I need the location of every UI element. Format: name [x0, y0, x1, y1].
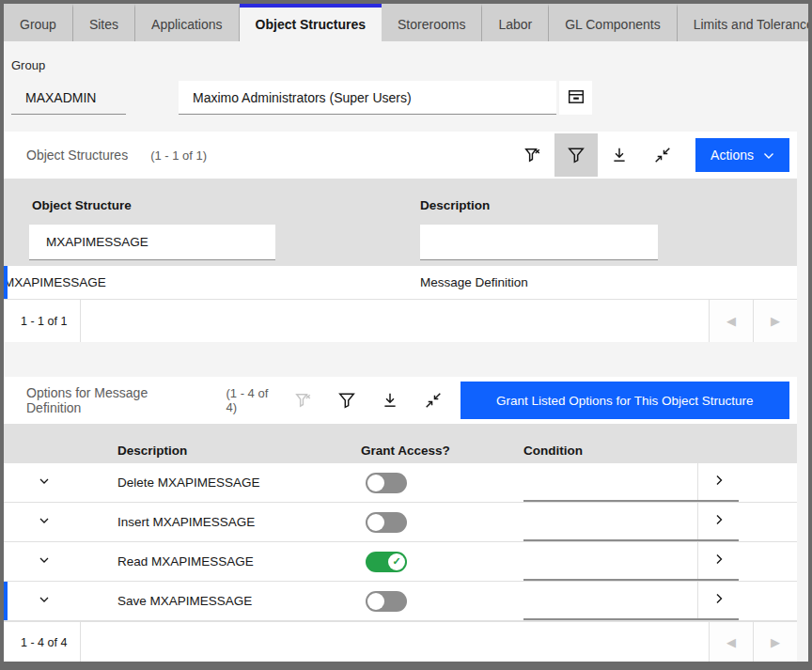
- option-row-save[interactable]: Save MXAPIMESSAGE ✓: [4, 582, 797, 621]
- description-filter-input[interactable]: [420, 225, 658, 260]
- group-field-block: Group MAXADMIN: [4, 41, 808, 132]
- group-field-label: Group: [11, 58, 808, 72]
- chevron-down-icon: [37, 553, 52, 570]
- tab-label: Storerooms: [398, 17, 465, 32]
- tab-label: Applications: [151, 17, 223, 32]
- tab-label: GL Components: [565, 17, 660, 32]
- tab-label: Group: [20, 17, 56, 32]
- group-description-input[interactable]: [179, 81, 556, 115]
- tab-labor[interactable]: Labor: [482, 4, 549, 41]
- tab-group[interactable]: Group: [4, 4, 73, 41]
- chevron-down-icon: [37, 474, 52, 491]
- tab-applications[interactable]: Applications: [135, 4, 240, 41]
- tab-label: Object Structures: [256, 17, 366, 32]
- download-button[interactable]: [598, 133, 641, 177]
- options-table-header: Description Grant Access? Condition: [4, 424, 797, 463]
- actions-button-label: Actions: [710, 148, 754, 163]
- collapse-table-button[interactable]: [641, 133, 684, 177]
- chevron-down-icon: [763, 148, 774, 163]
- detail-menu-icon: [568, 88, 585, 108]
- option-row-delete[interactable]: Delete MXAPIMESSAGE ✓: [4, 463, 797, 503]
- filter-remove-icon: [295, 392, 312, 409]
- section-title: Options for Message Definition: [26, 385, 203, 415]
- column-header-object-structure: Object Structure: [4, 179, 398, 218]
- column-header-description: Description: [117, 424, 361, 463]
- section-title: Object Structures: [26, 148, 128, 163]
- download-icon: [382, 392, 398, 409]
- selected-row-indicator: [4, 582, 8, 620]
- section-divider: [4, 342, 808, 377]
- chevron-left-icon: ◀: [726, 314, 736, 328]
- tab-object-structures[interactable]: Object Structures: [240, 4, 382, 41]
- grant-access-toggle[interactable]: ✓: [366, 512, 407, 533]
- object-structures-table-header: Object Structure Description: [4, 179, 797, 218]
- filter-remove-icon: [524, 147, 541, 164]
- option-row-read[interactable]: Read MXAPIMESSAGE ✓: [4, 542, 797, 582]
- option-description-cell: Save MXAPIMESSAGE: [117, 582, 361, 620]
- tab-gl-components[interactable]: GL Components: [549, 4, 677, 41]
- chevron-left-icon: ◀: [726, 635, 736, 649]
- tab-storerooms[interactable]: Storerooms: [382, 4, 482, 41]
- maximo-security-group-window: Group Sites Applications Object Structur…: [0, 0, 812, 670]
- download-button[interactable]: [368, 379, 412, 422]
- object-structures-filter-row: [4, 218, 797, 266]
- pagination-range: 1 - 1 of 1: [4, 300, 81, 342]
- next-page-button[interactable]: ▶: [753, 300, 797, 342]
- filter-icon: [338, 392, 355, 409]
- filter-button[interactable]: [554, 133, 598, 177]
- object-structures-panel: Object Structures (1 - 1 of 1): [4, 132, 797, 342]
- object-structure-filter-input[interactable]: [29, 225, 275, 260]
- group-detail-menu-button[interactable]: [559, 81, 592, 115]
- column-header-grant-access: Grant Access?: [361, 424, 523, 463]
- collapse-table-button[interactable]: [412, 379, 455, 422]
- download-icon: [611, 147, 628, 164]
- selected-row-indicator: [4, 266, 8, 299]
- object-structure-row[interactable]: MXAPIMESSAGE Message Definition: [4, 266, 797, 299]
- toggle-knob: ✓: [367, 514, 384, 531]
- grant-access-toggle[interactable]: ✓: [366, 591, 407, 612]
- actions-button[interactable]: Actions: [695, 138, 789, 172]
- tab-sites[interactable]: Sites: [73, 4, 135, 41]
- option-row-insert[interactable]: Insert MXAPIMESSAGE ✓: [4, 503, 797, 542]
- filter-icon: [568, 147, 585, 164]
- object-structure-cell: MXAPIMESSAGE: [4, 266, 398, 299]
- clear-filter-button-disabled[interactable]: [282, 379, 325, 422]
- condition-input[interactable]: [523, 582, 697, 618]
- tab-label: Labor: [498, 17, 532, 32]
- condition-input[interactable]: [523, 542, 697, 579]
- condition-input[interactable]: [523, 463, 697, 500]
- record-count: (1 - 4 of 4): [226, 386, 281, 414]
- next-page-button[interactable]: ▶: [753, 622, 797, 662]
- grant-access-toggle[interactable]: ✓: [366, 552, 407, 572]
- chevron-down-icon: [37, 592, 52, 610]
- object-structures-header: Object Structures (1 - 1 of 1): [4, 132, 797, 179]
- options-pagination: 1 - 4 of 4 ◀ ▶: [4, 621, 797, 662]
- grant-access-toggle[interactable]: ✓: [366, 473, 407, 493]
- option-description-cell: Insert MXAPIMESSAGE: [117, 503, 361, 541]
- previous-page-button[interactable]: ◀: [709, 300, 753, 342]
- row-expander-button[interactable]: [23, 582, 66, 620]
- row-expander-button[interactable]: [23, 503, 66, 541]
- chevron-right-icon: ▶: [771, 314, 780, 328]
- previous-page-button[interactable]: ◀: [709, 622, 753, 662]
- collapse-arrows-icon: [654, 147, 671, 164]
- option-description-cell: Delete MXAPIMESSAGE: [117, 463, 361, 502]
- column-header-description: Description: [398, 179, 797, 218]
- options-panel: Options for Message Definition (1 - 4 of…: [4, 377, 797, 662]
- row-expander-button[interactable]: [23, 542, 66, 581]
- tab-label: Limits and Tolerances: [694, 17, 808, 32]
- row-expander-button[interactable]: [23, 463, 66, 502]
- tab-bar: Group Sites Applications Object Structur…: [4, 4, 808, 41]
- column-header-condition: Condition: [523, 424, 678, 463]
- clear-filter-button[interactable]: [511, 133, 554, 177]
- options-header: Options for Message Definition (1 - 4 of…: [4, 377, 797, 424]
- condition-input[interactable]: [523, 503, 697, 539]
- group-name-field[interactable]: MAXADMIN: [11, 81, 126, 115]
- tab-limits-and-tolerances[interactable]: Limits and Tolerances: [678, 4, 808, 41]
- toggle-knob: ✓: [388, 553, 405, 570]
- filter-button[interactable]: [325, 379, 368, 422]
- pagination-range: 1 - 4 of 4: [4, 622, 81, 662]
- option-description-cell: Read MXAPIMESSAGE: [117, 542, 361, 581]
- object-structures-pagination: 1 - 1 of 1 ◀ ▶: [4, 299, 797, 342]
- grant-listed-options-button[interactable]: Grant Listed Options for This Object Str…: [461, 382, 789, 419]
